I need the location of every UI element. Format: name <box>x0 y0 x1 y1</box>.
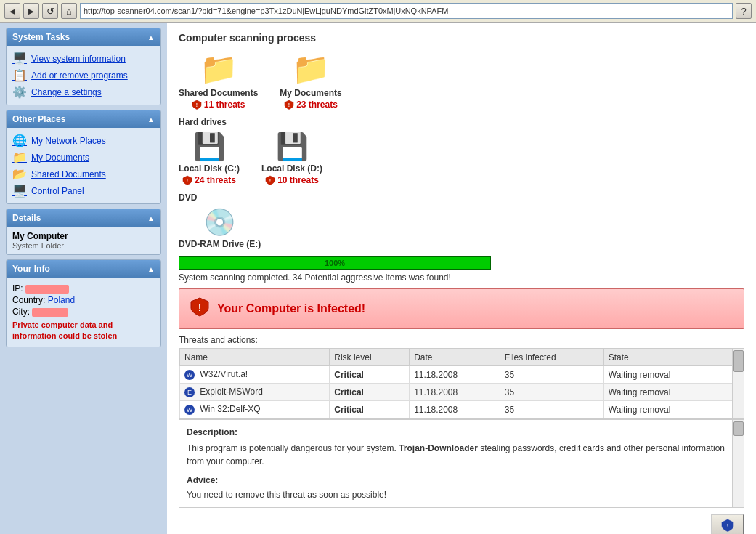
row3-name: W Win 32:Delf-XQ <box>180 401 330 418</box>
address-bar[interactable] <box>80 3 733 19</box>
row2-state: Waiting removal <box>603 384 743 401</box>
table-row[interactable]: W W32/Virut.a! Critical 11.18.2008 35 Wa… <box>180 366 744 384</box>
progress-container: 100% <box>179 256 744 270</box>
local-disk-c-icon: 💾 <box>193 132 226 162</box>
sidebar: System Tasks ▲ 🖥️ View system informatio… <box>0 23 167 534</box>
local-disk-c-threats: ! 24 threats <box>182 175 236 185</box>
hard-drives-row: 💾 Local Disk (C:) ! 24 threats 💾 Local D… <box>179 132 744 185</box>
row3-files: 35 <box>500 401 603 418</box>
details-header: Details ▲ <box>7 209 160 227</box>
cleanup-button[interactable]: ! <box>711 514 744 534</box>
row3-date: 11.18.2008 <box>410 401 500 418</box>
my-docs-label: My Documents <box>280 88 341 98</box>
progress-text: 100% <box>325 259 345 267</box>
add-remove-icon: 📋 <box>12 68 27 82</box>
refresh-button[interactable]: ↺ <box>42 3 58 19</box>
city-label: City: <box>12 307 30 317</box>
shared-docs-icon: 📁 <box>200 51 237 86</box>
your-info-header: Your Info ▲ <box>7 260 160 278</box>
ip-value <box>25 285 69 294</box>
shield-threat-icon2: ! <box>284 100 294 110</box>
change-settings-link[interactable]: ⚙️ Change a settings <box>9 84 158 100</box>
country-label: Country: <box>12 295 45 305</box>
view-info-icon: 🖥️ <box>12 52 27 65</box>
warning-text: Private computer data and information co… <box>12 320 155 342</box>
details-collapse[interactable]: ▲ <box>147 214 155 222</box>
my-docs-icon: 📁 <box>292 51 330 86</box>
infected-text: Your Computer is Infected! <box>217 302 365 315</box>
other-places-collapse[interactable]: ▲ <box>147 116 155 124</box>
row1-risk: Critical <box>330 366 410 384</box>
system-tasks-label: System Tasks <box>12 32 70 42</box>
desc-text: This program is potentially dangerous fo… <box>187 442 736 468</box>
svg-text:!: ! <box>269 178 271 183</box>
threat-icon-1: W <box>184 370 195 380</box>
table-header-row: Name Risk level Date Files infected Stat… <box>180 349 744 366</box>
shared-icon: 📂 <box>12 167 27 181</box>
system-tasks-section: System Tasks ▲ 🖥️ View system informatio… <box>6 28 161 105</box>
infected-shield-icon: ! <box>190 296 210 317</box>
details-section: Details ▲ My Computer System Folder <box>6 209 161 255</box>
col-files: Files infected <box>500 349 603 366</box>
desc-highlight: Trojan-Downloader <box>399 443 478 453</box>
settings-icon: ⚙️ <box>12 85 27 99</box>
add-remove-programs-link[interactable]: 📋 Add or remove programs <box>9 67 158 84</box>
desc-scrollbar[interactable] <box>732 420 744 507</box>
home-button[interactable]: ⌂ <box>61 3 77 19</box>
svg-text:!: ! <box>288 102 290 108</box>
shared-docs-item: 📁 Shared Documents ! 11 threats <box>179 51 258 110</box>
shared-documents-link[interactable]: 📂 Shared Documents <box>9 166 158 182</box>
desc-scroll-thumb[interactable] <box>733 421 744 436</box>
other-places-section: Other Places ▲ 🌐 My Network Places 📁 My … <box>6 110 161 204</box>
local-disk-d-label: Local Disk (D:) <box>261 163 322 174</box>
back-button[interactable]: ◄ <box>4 3 20 19</box>
cleanup-area: ! Full system cleanup <box>179 508 744 534</box>
other-places-content: 🌐 My Network Places 📁 My Documents 📂 Sha… <box>7 128 160 203</box>
your-info-section: Your Info ▲ IP: Country: Poland City: Pr… <box>6 259 161 347</box>
other-places-header: Other Places ▲ <box>7 110 160 128</box>
forward-button[interactable]: ► <box>23 3 39 19</box>
table-scroll-thumb[interactable] <box>733 350 744 372</box>
row3-risk: Critical <box>330 401 410 418</box>
table-scrollbar[interactable] <box>732 349 744 418</box>
col-name: Name <box>180 349 330 366</box>
other-places-label: Other Places <box>12 114 65 124</box>
help-button[interactable]: ? <box>736 3 752 19</box>
local-disk-d-icon: 💾 <box>276 132 309 162</box>
threats-and-actions-label: Threats and actions: <box>179 335 744 345</box>
main-layout: System Tasks ▲ 🖥️ View system informatio… <box>0 23 756 534</box>
svg-text:!: ! <box>727 522 729 529</box>
my-docs-threats: ! 23 threats <box>284 100 338 110</box>
svg-text:!: ! <box>187 178 188 183</box>
your-info-label: Your Info <box>12 264 50 274</box>
scan-complete-text: System scanning completed. 34 Potential … <box>179 272 744 283</box>
browser-toolbar: ◄ ► ↺ ⌂ ? <box>0 0 756 23</box>
detail-title: My Computer <box>12 231 155 241</box>
row2-date: 11.18.2008 <box>410 384 500 401</box>
system-tasks-collapse[interactable]: ▲ <box>147 33 155 41</box>
my-docs-item: 📁 My Documents ! 23 threats <box>280 51 341 110</box>
dvd-row: 💿 DVD-RAM Drive (E:) <box>179 207 744 249</box>
content-area: Computer scanning process 📁 Shared Docum… <box>167 23 756 534</box>
country-value: Poland <box>48 295 75 305</box>
row2-name: E Exploit-MSWord <box>180 384 330 401</box>
col-risk: Risk level <box>330 349 410 366</box>
table-row[interactable]: E Exploit-MSWord Critical 11.18.2008 35 … <box>180 384 744 401</box>
infected-icon: ! <box>190 296 210 321</box>
dvd-icon: 💿 <box>203 207 236 238</box>
row1-date: 11.18.2008 <box>410 366 500 384</box>
my-documents-link[interactable]: 📁 My Documents <box>9 149 158 166</box>
dvd-label-text: DVD-RAM Drive (E:) <box>179 239 261 249</box>
view-system-info-link[interactable]: 🖥️ View system information <box>9 50 158 67</box>
progress-bar-outer: 100% <box>179 256 491 270</box>
row1-name: W W32/Virut.a! <box>180 366 330 384</box>
dvd-item: 💿 DVD-RAM Drive (E:) <box>179 207 261 249</box>
row2-risk: Critical <box>330 384 410 401</box>
table-row[interactable]: W Win 32:Delf-XQ Critical 11.18.2008 35 … <box>180 401 744 418</box>
hard-drives-label: Hard drives <box>179 117 744 127</box>
network-places-link[interactable]: 🌐 My Network Places <box>9 132 158 149</box>
your-info-collapse[interactable]: ▲ <box>147 265 155 273</box>
progress-bar-inner: 100% <box>179 257 490 269</box>
control-panel-link[interactable]: 🖥️ Control Panel <box>9 182 158 199</box>
ip-label: IP: <box>12 283 23 294</box>
